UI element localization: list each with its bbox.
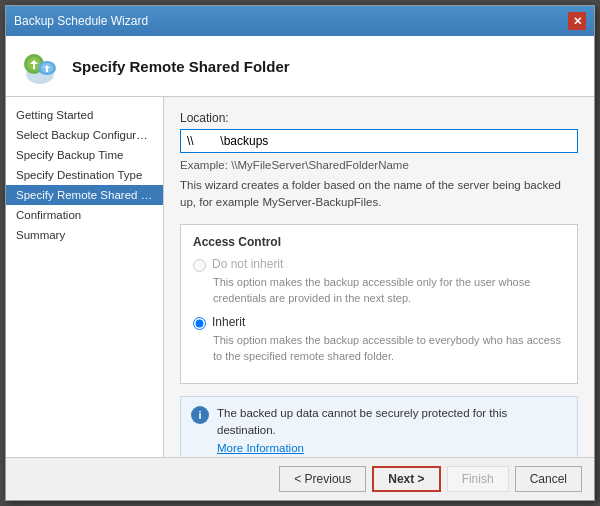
sidebar-item-confirmation[interactable]: Confirmation: [6, 205, 163, 225]
more-information-link[interactable]: More Information: [217, 442, 567, 454]
sidebar-item-backup-time[interactable]: Specify Backup Time: [6, 145, 163, 165]
description-text: This wizard creates a folder based on th…: [180, 177, 578, 212]
cancel-button[interactable]: Cancel: [515, 466, 582, 492]
page-title: Specify Remote Shared Folder: [72, 58, 290, 75]
body-area: Getting Started Select Backup Configurat…: [6, 97, 594, 457]
inherit-label[interactable]: Inherit: [193, 315, 565, 330]
info-content: The backed up data cannot be securely pr…: [217, 405, 567, 455]
wizard-icon: [20, 46, 60, 86]
sidebar-item-remote-folder[interactable]: Specify Remote Shared F...: [6, 185, 163, 205]
sidebar-item-summary[interactable]: Summary: [6, 225, 163, 245]
inherit-text: Inherit: [212, 315, 245, 329]
example-text: Example: \\MyFileServer\SharedFolderName: [180, 159, 578, 171]
header-area: Specify Remote Shared Folder: [6, 36, 594, 97]
sidebar-item-select-backup[interactable]: Select Backup Configurat...: [6, 125, 163, 145]
title-bar: Backup Schedule Wizard ✕: [6, 6, 594, 36]
do-not-inherit-group: Do not inherit This option makes the bac…: [193, 257, 565, 307]
location-input[interactable]: [180, 129, 578, 153]
wizard-window: Backup Schedule Wizard ✕ Specify Remote …: [5, 5, 595, 501]
do-not-inherit-desc: This option makes the backup accessible …: [213, 274, 565, 307]
info-icon: i: [191, 406, 209, 424]
access-control-title: Access Control: [193, 235, 565, 249]
do-not-inherit-text: Do not inherit: [212, 257, 283, 271]
inherit-group: Inherit This option makes the backup acc…: [193, 315, 565, 365]
sidebar-item-destination-type[interactable]: Specify Destination Type: [6, 165, 163, 185]
footer: < Previous Next > Finish Cancel: [6, 457, 594, 500]
info-box: i The backed up data cannot be securely …: [180, 396, 578, 458]
next-button[interactable]: Next >: [372, 466, 440, 492]
location-label: Location:: [180, 111, 578, 125]
previous-button[interactable]: < Previous: [279, 466, 366, 492]
inherit-radio[interactable]: [193, 317, 206, 330]
access-control-box: Access Control Do not inherit This optio…: [180, 224, 578, 384]
inherit-desc: This option makes the backup accessible …: [213, 332, 565, 365]
info-text: The backed up data cannot be securely pr…: [217, 407, 507, 436]
main-content: Location: Example: \\MyFileServer\Shared…: [164, 97, 594, 457]
close-button[interactable]: ✕: [568, 12, 586, 30]
sidebar-item-getting-started[interactable]: Getting Started: [6, 105, 163, 125]
do-not-inherit-radio[interactable]: [193, 259, 206, 272]
finish-button[interactable]: Finish: [447, 466, 509, 492]
sidebar: Getting Started Select Backup Configurat…: [6, 97, 164, 457]
do-not-inherit-label[interactable]: Do not inherit: [193, 257, 565, 272]
location-input-wrapper: [180, 129, 578, 153]
window-title: Backup Schedule Wizard: [14, 14, 148, 28]
